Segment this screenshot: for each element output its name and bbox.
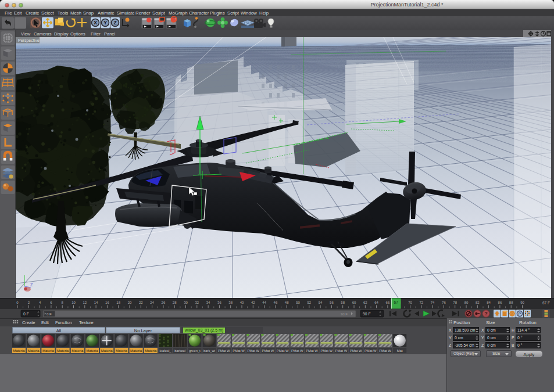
svg-text:26: 26: [162, 301, 166, 304]
svg-text:?: ?: [484, 311, 487, 317]
svg-text:PMat W: PMat W: [233, 349, 245, 353]
svg-text:PMat W: PMat W: [320, 349, 333, 353]
svg-text:2: 2: [28, 301, 30, 304]
svg-text:P: P: [518, 311, 521, 317]
svg-text:10: 10: [72, 301, 76, 304]
svg-text:PMat W: PMat W: [350, 349, 362, 353]
svg-text:67 F: 67 F: [542, 301, 550, 305]
svg-text:36: 36: [217, 301, 221, 304]
svg-text:0 F: 0 F: [23, 312, 29, 316]
svg-text:52: 52: [307, 301, 311, 304]
svg-text:32: 32: [195, 301, 199, 304]
svg-text:Materia: Materia: [145, 349, 157, 353]
svg-text:PMat W: PMat W: [218, 349, 230, 353]
svg-text:78: 78: [453, 301, 457, 304]
svg-text:20: 20: [128, 301, 132, 304]
svg-text:Materia: Materia: [116, 349, 128, 353]
svg-text:PMat W: PMat W: [335, 349, 348, 353]
svg-text:PMat W: PMat W: [306, 349, 318, 353]
svg-text:4: 4: [39, 301, 41, 304]
svg-text:14: 14: [94, 301, 98, 304]
svg-text:12: 12: [83, 301, 87, 304]
svg-text:46: 46: [274, 301, 278, 304]
svg-text:58: 58: [341, 301, 345, 304]
svg-text:54: 54: [319, 301, 323, 304]
svg-text:Materia: Materia: [130, 349, 142, 353]
svg-text:70: 70: [408, 301, 412, 304]
svg-text:76: 76: [442, 301, 446, 304]
svg-text:88: 88: [509, 301, 513, 304]
svg-text:24: 24: [150, 301, 154, 304]
svg-text:barkcol: barkcol: [174, 349, 185, 353]
svg-text:90: 90: [520, 301, 524, 304]
svg-text:green_t: green_t: [189, 349, 201, 353]
svg-text:Z: Z: [30, 283, 33, 287]
svg-text:PMat W: PMat W: [277, 349, 289, 353]
svg-text:67: 67: [394, 300, 399, 304]
svg-text:72: 72: [419, 301, 423, 304]
svg-text:86: 86: [498, 301, 502, 304]
svg-text:44: 44: [262, 301, 266, 304]
svg-text:22: 22: [139, 301, 143, 304]
svg-text:56: 56: [330, 301, 334, 304]
svg-text:90 F: 90 F: [363, 312, 371, 316]
svg-text:8: 8: [62, 301, 64, 304]
svg-text:84: 84: [487, 301, 491, 304]
svg-text:Materia: Materia: [13, 349, 25, 353]
svg-text:90 F: 90 F: [341, 312, 348, 316]
svg-text:28: 28: [173, 301, 177, 304]
svg-text:34: 34: [206, 301, 210, 304]
svg-text:PMat W: PMat W: [364, 349, 377, 353]
svg-text:Mat: Mat: [397, 349, 403, 353]
svg-text:Perspective: Perspective: [18, 38, 40, 43]
svg-text:0: 0: [16, 301, 19, 304]
svg-text:80: 80: [464, 301, 469, 304]
svg-text:60: 60: [352, 301, 356, 304]
svg-text:PMat W: PMat W: [262, 349, 274, 353]
svg-text:PMat W: PMat W: [247, 349, 259, 353]
svg-text:48: 48: [285, 301, 289, 304]
svg-text:66: 66: [386, 301, 390, 304]
svg-text:Z: Z: [113, 20, 116, 26]
svg-text:Materia: Materia: [57, 349, 69, 353]
svg-text:30: 30: [184, 301, 188, 304]
svg-text:82: 82: [476, 301, 480, 304]
svg-text:X: X: [94, 20, 97, 26]
svg-text:leafcol_: leafcol_: [160, 349, 172, 353]
svg-text:64: 64: [374, 301, 378, 304]
svg-text:42: 42: [251, 301, 255, 304]
svg-text:Materia: Materia: [42, 349, 55, 353]
svg-text:bark_wi: bark_wi: [203, 349, 215, 353]
svg-text:PMat W: PMat W: [291, 349, 303, 353]
svg-text:18: 18: [116, 301, 120, 304]
svg-text:16: 16: [105, 301, 109, 304]
svg-text:74: 74: [431, 301, 435, 304]
svg-text:Y: Y: [103, 20, 107, 26]
svg-text:0 F: 0 F: [47, 312, 52, 316]
svg-text:Materia: Materia: [86, 349, 98, 353]
svg-text:38: 38: [228, 301, 233, 304]
svg-text:Materia: Materia: [28, 349, 40, 353]
svg-text:62: 62: [363, 301, 367, 304]
svg-text:Materia: Materia: [72, 349, 84, 353]
svg-text:40: 40: [240, 301, 244, 304]
svg-text:50: 50: [296, 301, 300, 304]
svg-text:PMat W: PMat W: [379, 349, 391, 353]
svg-text:6: 6: [50, 301, 52, 304]
svg-text:Materia: Materia: [101, 349, 113, 353]
